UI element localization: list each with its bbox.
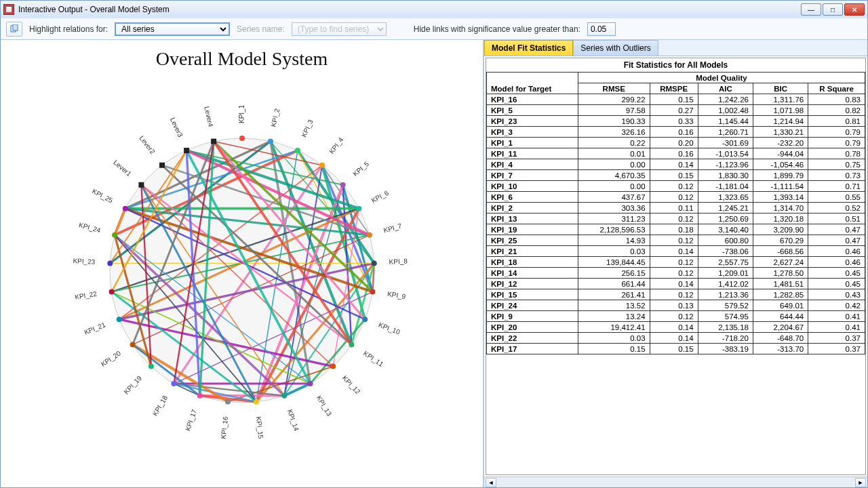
value-cell: 0.20 (650, 138, 698, 148)
value-cell: 14.93 (578, 235, 650, 246)
value-cell: 0.00 (578, 159, 650, 170)
value-cell: 0.71 (808, 181, 865, 192)
value-cell: 2,135.18 (698, 322, 753, 333)
value-cell: 1,260.71 (698, 127, 753, 138)
maximize-button[interactable]: □ (823, 3, 843, 16)
table-row[interactable]: KPI_2413.520.13579.52649.010.42 (487, 300, 865, 311)
target-cell: KPI_2 (487, 203, 578, 214)
close-button[interactable]: ✕ (844, 3, 865, 16)
table-row[interactable]: KPI_110.010.16-1,013.54-944.040.78 (487, 148, 865, 159)
svg-point-88 (370, 289, 375, 295)
minimize-button[interactable]: — (801, 3, 821, 16)
table-row[interactable]: KPI_6437.670.121,323.651,393.140.55 (487, 192, 865, 203)
value-cell: 0.12 (650, 214, 698, 224)
tab-model-fit[interactable]: Model Fit Statistics (484, 40, 573, 56)
value-cell: -1,123.96 (698, 159, 753, 170)
value-cell: 1,278.50 (753, 268, 808, 279)
table-row[interactable]: KPI_100.000.12-1,181.04-1,111.540.71 (487, 181, 865, 192)
value-cell: 0.81 (808, 116, 865, 127)
scroll-left-icon[interactable]: ◄ (486, 478, 496, 487)
value-cell: 0.14 (650, 322, 698, 333)
value-cell: 3,209.90 (753, 224, 808, 235)
table-row[interactable]: KPI_40.000.14-1,123.96-1,054.460.75 (487, 159, 865, 170)
value-cell: 0.83 (808, 94, 865, 105)
scroll-right-icon[interactable]: ► (855, 478, 866, 487)
svg-point-84 (340, 182, 345, 188)
table-row[interactable]: KPI_12661.440.141,412.021,481.510.45 (487, 279, 865, 289)
table-row[interactable]: KPI_18139,844.450.122,557.752,627.240.46 (487, 257, 865, 268)
horizontal-scrollbar[interactable]: ◄ ► (484, 476, 867, 487)
value-cell: -1,054.46 (753, 159, 808, 170)
target-cell: KPI_18 (487, 257, 578, 268)
copy-icon-button[interactable] (6, 22, 22, 37)
value-cell: 0.75 (808, 159, 865, 170)
table-row[interactable]: KPI_23190.330.331,145.441,214.940.81 (487, 116, 865, 127)
value-cell: 1,393.14 (753, 192, 808, 203)
value-cell: 0.12 (650, 289, 698, 300)
highlight-label: Highlight relations for: (29, 24, 108, 34)
value-cell: 1,481.51 (753, 279, 808, 289)
table-row[interactable]: KPI_10.220.20-301.69-232.200.79 (487, 138, 865, 148)
value-cell: -1,013.54 (698, 148, 753, 159)
tabs: Model Fit Statistics Series with Outlier… (484, 40, 867, 56)
value-cell: 0.13 (650, 300, 698, 311)
stats-table-wrap[interactable]: Fit Statistics for All Models Model for … (486, 58, 866, 475)
svg-point-81 (267, 139, 273, 144)
tab-series-outliers[interactable]: Series with Outliers (573, 40, 658, 56)
table-row[interactable]: KPI_13311.230.121,250.691,320.180.51 (487, 214, 865, 224)
table-row[interactable]: KPI_2303.360.111,245.211,314.700.52 (487, 203, 865, 214)
table-row[interactable]: KPI_15261.410.121,213.361,282.850.43 (487, 289, 865, 300)
table-row[interactable]: KPI_597.580.271,002.481,071.980.82 (487, 105, 865, 116)
hide-links-label: Hide links with significance value great… (414, 24, 580, 34)
target-cell: KPI_6 (487, 192, 578, 203)
value-cell: 0.00 (578, 181, 650, 192)
svg-point-80 (239, 136, 245, 141)
value-cell: 190.33 (578, 116, 650, 127)
value-cell: 649.01 (753, 300, 808, 311)
value-cell: 0.37 (808, 344, 865, 354)
node-label: Lever3 (168, 117, 184, 139)
significance-threshold-input[interactable] (587, 22, 616, 36)
chord-diagram[interactable]: KPI_1KPI_2KPI_3KPI_4KPI_5KPI_6KPI_7KPI_8… (39, 81, 446, 460)
value-cell: 0.16 (650, 148, 698, 159)
target-cell: KPI_13 (487, 214, 578, 224)
highlight-series-select[interactable]: All series (115, 22, 230, 36)
table-row[interactable]: KPI_210.030.14-738.06-668.560.46 (487, 246, 865, 257)
svg-point-90 (349, 342, 354, 347)
table-row[interactable]: KPI_14256.150.121,209.011,278.500.45 (487, 268, 865, 279)
table-row[interactable]: KPI_3326.160.161,260.711,330.210.79 (487, 127, 865, 138)
svg-rect-105 (138, 182, 144, 188)
value-cell: 644.44 (753, 311, 808, 322)
value-cell: 256.15 (578, 268, 650, 279)
value-cell: 0.12 (650, 192, 698, 203)
value-cell: 0.15 (650, 344, 698, 354)
target-cell: KPI_19 (487, 224, 578, 235)
target-cell: KPI_1 (487, 138, 578, 148)
node-label: KPI_18 (151, 394, 169, 417)
value-cell: -648.70 (753, 333, 808, 344)
value-cell: 261.41 (578, 289, 650, 300)
node-label: KPI_14 (285, 409, 300, 432)
table-row[interactable]: KPI_913.240.12574.95644.440.41 (487, 311, 865, 322)
value-cell: 1,250.69 (698, 214, 753, 224)
table-row[interactable]: KPI_16299.220.151,242.261,311.760.83 (487, 94, 865, 105)
col-rmspe: RMSPE (650, 83, 698, 94)
value-cell: 0.14 (650, 279, 698, 289)
node-label: KPI_7 (382, 222, 403, 234)
value-cell: 0.47 (808, 224, 865, 235)
table-row[interactable]: KPI_170.150.15-383.19-313.700.37 (487, 344, 865, 354)
table-row[interactable]: KPI_74,670.350.151,830.301,899.790.73 (487, 170, 865, 181)
value-cell: 0.16 (650, 127, 698, 138)
node-label: KPI_2 (269, 108, 281, 127)
svg-point-82 (294, 148, 300, 153)
table-row[interactable]: KPI_220.030.14-718.20-648.700.37 (487, 333, 865, 344)
value-cell: 0.41 (808, 322, 865, 333)
value-cell: 600.80 (698, 235, 753, 246)
value-cell: -232.20 (753, 138, 808, 148)
table-row[interactable]: KPI_2019,412.410.142,135.182,204.670.41 (487, 322, 865, 333)
target-cell: KPI_3 (487, 127, 578, 138)
target-cell: KPI_23 (487, 116, 578, 127)
table-row[interactable]: KPI_2514.930.12600.80670.290.47 (487, 235, 865, 246)
target-cell: KPI_10 (487, 181, 578, 192)
table-row[interactable]: KPI_192,128,596.530.183,140.403,209.900.… (487, 224, 865, 235)
